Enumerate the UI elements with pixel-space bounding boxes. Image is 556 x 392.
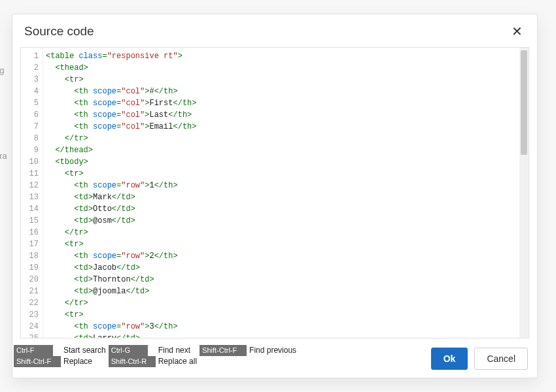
modal-title: Source code [24, 24, 94, 39]
line-number: 13 [21, 191, 43, 203]
line-number: 8 [21, 133, 43, 144]
modal-header: Source code ✕ [12, 14, 537, 46]
line-number: 18 [21, 250, 43, 262]
shortcut-label: Find next [158, 345, 200, 356]
code-line[interactable]: <tr> [46, 74, 526, 86]
modal-buttons: Ok Cancel [431, 345, 528, 370]
code-line[interactable]: <tr> [46, 309, 526, 321]
background-text: ara [0, 151, 7, 161]
shortcut-label: Replace all [158, 356, 200, 367]
line-number: 25 [21, 333, 43, 338]
code-line[interactable]: <th scope="col">Last</th> [46, 109, 526, 121]
line-number: 10 [21, 156, 43, 168]
shortcut-label: Start search [63, 345, 109, 356]
shortcut-label: Replace [63, 356, 109, 367]
line-number: 9 [21, 144, 43, 156]
code-textarea[interactable]: <table class="responsive rt"> <thead> <t… [43, 48, 529, 338]
line-number: 2 [21, 62, 43, 74]
background-text: ng [0, 65, 4, 75]
code-line[interactable]: <th scope="col">#</th> [46, 86, 526, 97]
shortcut-key: Ctrl-F [14, 345, 53, 356]
code-line[interactable]: </tr> [46, 133, 526, 144]
code-line[interactable]: <tbody> [46, 156, 526, 168]
ok-button[interactable]: Ok [431, 348, 468, 370]
line-number: 5 [21, 97, 43, 109]
code-line[interactable]: <td>@joomla</td> [46, 286, 526, 297]
line-number: 6 [21, 109, 43, 121]
code-line[interactable]: <tr> [46, 238, 526, 250]
line-number: 20 [21, 274, 43, 286]
line-number: 1 [21, 50, 43, 62]
code-line[interactable]: <th scope="col">First</th> [46, 97, 526, 109]
code-line[interactable]: </tr> [46, 227, 526, 238]
code-line[interactable]: <td>Larry</td> [46, 333, 526, 338]
line-number: 16 [21, 227, 43, 238]
shortcut-key: Shift-Ctrl-R [109, 356, 156, 367]
shortcut-key: Shift-Ctrl-F [200, 345, 247, 356]
code-line[interactable]: <td>Otto</td> [46, 203, 526, 215]
cancel-button[interactable]: Cancel [474, 348, 528, 370]
code-line[interactable]: <table class="responsive rt"> [46, 50, 526, 62]
code-line[interactable]: </thead> [46, 144, 526, 156]
shortcut-label: Find previous [249, 345, 299, 356]
line-number: 11 [21, 168, 43, 180]
code-line[interactable]: <td>@osm</td> [46, 215, 526, 227]
code-editor[interactable]: 1234567891011121314151617181920212223242… [20, 47, 529, 338]
line-number: 24 [21, 321, 43, 333]
code-line[interactable]: <th scope="row">3</th> [46, 321, 526, 333]
line-number: 4 [21, 86, 43, 97]
line-number: 23 [21, 309, 43, 321]
line-number: 21 [21, 286, 43, 297]
line-number: 14 [21, 203, 43, 215]
line-number: 19 [21, 262, 43, 274]
code-line[interactable]: <td>Jacob</td> [46, 262, 526, 274]
line-number: 12 [21, 180, 43, 191]
line-number: 7 [21, 121, 43, 133]
line-number-gutter: 1234567891011121314151617181920212223242… [21, 48, 43, 338]
line-number: 22 [21, 297, 43, 309]
shortcut-key: Shift-Ctrl-F [14, 356, 61, 367]
code-line[interactable]: <th scope="row">1</th> [46, 180, 526, 191]
code-line[interactable]: <th scope="col">Email</th> [46, 121, 526, 133]
keyboard-shortcuts: Ctrl-F Start search Ctrl-G Find next Shi… [14, 345, 431, 367]
modal-footer: Ctrl-F Start search Ctrl-G Find next Shi… [12, 341, 537, 378]
code-line[interactable]: <th scope="row">2</th> [46, 250, 526, 262]
code-line[interactable]: </tr> [46, 297, 526, 309]
vertical-scrollbar[interactable] [519, 48, 529, 338]
code-line[interactable]: <td>Thornton</td> [46, 274, 526, 286]
source-code-modal: Source code ✕ 12345678910111213141516171… [12, 14, 538, 378]
close-icon[interactable]: ✕ [509, 24, 525, 39]
line-number: 15 [21, 215, 43, 227]
shortcut-key: Ctrl-G [109, 345, 148, 356]
line-number: 3 [21, 74, 43, 86]
scrollbar-thumb[interactable] [521, 50, 527, 155]
code-line[interactable]: <td>Mark</td> [46, 191, 526, 203]
code-line[interactable]: <thead> [46, 62, 526, 74]
line-number: 17 [21, 238, 43, 250]
code-line[interactable]: <tr> [46, 168, 526, 180]
